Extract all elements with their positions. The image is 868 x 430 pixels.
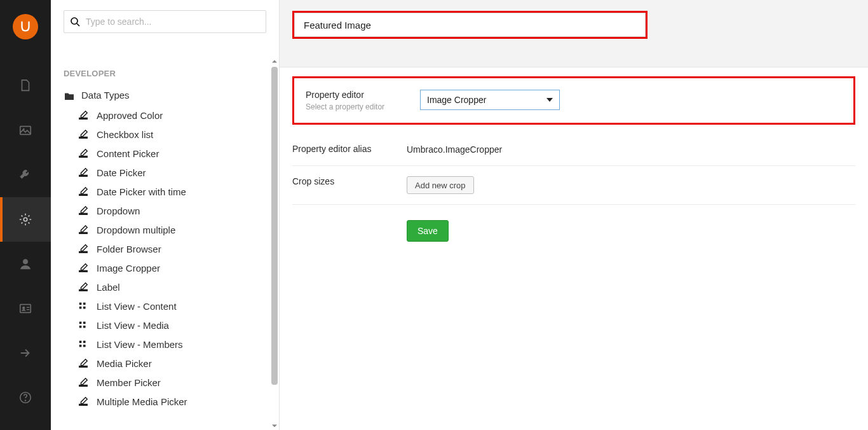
tree-item-label: Dropdown	[97, 205, 140, 216]
edit-icon	[78, 224, 89, 235]
crop-sizes-label: Crop sizes	[292, 176, 407, 186]
alias-label: Property editor alias	[292, 144, 407, 154]
alias-value: Umbraco.ImageCropper	[407, 144, 502, 155]
gear-icon	[18, 212, 32, 226]
tree-item-label: Media Picker	[97, 358, 152, 369]
rail-members[interactable]	[0, 286, 51, 331]
tree-item-label: Dropdown multiple	[97, 225, 175, 235]
tree-item[interactable]: List View - Media	[78, 316, 273, 335]
rail-media[interactable]	[0, 108, 51, 153]
tree-item-label: Date Picker	[97, 167, 146, 178]
picture-icon	[18, 123, 32, 137]
property-editor-select[interactable]: Image Cropper	[420, 90, 560, 110]
save-button[interactable]: Save	[407, 220, 449, 242]
section-label: DEVELOPER	[51, 39, 279, 87]
tree-item-label: Multiple Media Picker	[97, 396, 187, 407]
tree-item-label: Approved Color	[97, 110, 163, 121]
folder-icon	[64, 91, 75, 100]
tree-item[interactable]: Image Cropper	[78, 258, 273, 277]
search-input[interactable]	[64, 10, 266, 33]
tree-item[interactable]: Folder Browser	[78, 239, 273, 258]
nav-rail	[0, 0, 51, 430]
edit-icon	[78, 262, 89, 274]
tree-item-label: Date Picker with time	[97, 186, 186, 197]
edit-icon	[78, 109, 89, 121]
property-editor-label: Property editor	[306, 90, 420, 100]
sidebar-search	[51, 0, 279, 39]
listview-icon	[78, 338, 89, 350]
tree-item-label: Member Picker	[97, 377, 161, 388]
rail-settings[interactable]	[0, 153, 51, 197]
app-logo[interactable]	[13, 14, 38, 39]
help-icon	[18, 391, 32, 405]
user-icon	[18, 257, 32, 271]
scrollbar[interactable]	[271, 67, 278, 427]
scroll-down-icon[interactable]	[271, 422, 278, 429]
rail-developer[interactable]	[0, 197, 51, 242]
edit-icon	[78, 243, 89, 254]
arrow-right-icon	[18, 346, 32, 360]
tree-item[interactable]: Date Picker	[78, 163, 273, 182]
edit-icon	[78, 167, 89, 178]
tree-root-label: Data Types	[81, 90, 130, 101]
tree-item[interactable]: Member Picker	[78, 373, 273, 392]
editor-panel: Property editor Select a property editor…	[280, 0, 868, 430]
add-crop-button[interactable]: Add new crop	[407, 176, 474, 194]
tree-item[interactable]: Content Picker	[78, 144, 273, 163]
edit-icon	[78, 148, 89, 159]
scroll-thumb[interactable]	[271, 67, 278, 385]
edit-icon	[78, 128, 89, 140]
tree-item-label: List View - Members	[97, 339, 183, 350]
tree-item-label: Folder Browser	[97, 244, 161, 254]
scroll-up-icon[interactable]	[271, 59, 278, 65]
name-input-highlight	[292, 11, 648, 39]
listview-icon	[78, 319, 89, 331]
tree-item[interactable]: Date Picker with time	[78, 182, 273, 201]
edit-icon	[78, 396, 89, 407]
tree-item-label: List View - Content	[97, 301, 177, 312]
edit-icon	[78, 281, 89, 293]
sidebar: DEVELOPER Data Types Approved ColorCheck…	[51, 0, 280, 430]
search-icon	[70, 17, 80, 27]
property-editor-highlight: Property editor Select a property editor…	[292, 76, 855, 125]
tree-item-label: Checkbox list	[97, 129, 153, 140]
edit-icon	[78, 377, 89, 388]
rail-help[interactable]	[0, 375, 51, 420]
tree-item[interactable]: List View - Content	[78, 296, 273, 316]
tree-item[interactable]: Dropdown multiple	[78, 220, 273, 239]
wrench-icon	[18, 168, 32, 182]
rail-users[interactable]	[0, 242, 51, 286]
edit-icon	[78, 357, 89, 369]
document-icon	[18, 79, 32, 93]
id-card-icon	[18, 302, 32, 316]
tree-item[interactable]: Media Picker	[78, 354, 273, 373]
property-editor-help: Select a property editor	[306, 102, 420, 111]
tree-item[interactable]: Label	[78, 277, 273, 296]
listview-icon	[78, 300, 89, 312]
tree-item-label: Label	[97, 282, 120, 293]
tree-item-label: Content Picker	[97, 148, 159, 159]
rail-content[interactable]	[0, 64, 51, 108]
tree-item-label: Image Cropper	[97, 263, 160, 274]
edit-icon	[78, 186, 89, 197]
rail-forms[interactable]	[0, 331, 51, 375]
tree-item[interactable]: Approved Color	[78, 106, 273, 125]
editor-header	[280, 0, 868, 67]
edit-icon	[78, 205, 89, 216]
tree-item-label: List View - Media	[97, 320, 169, 331]
tree-item[interactable]: List View - Members	[78, 335, 273, 354]
tree-item[interactable]: Checkbox list	[78, 125, 273, 144]
tree-item[interactable]: Multiple Media Picker	[78, 392, 273, 411]
tree-item[interactable]: Dropdown	[78, 201, 273, 220]
tree-root-data-types[interactable]: Data Types	[64, 87, 273, 106]
datatype-name-input[interactable]	[294, 13, 646, 37]
